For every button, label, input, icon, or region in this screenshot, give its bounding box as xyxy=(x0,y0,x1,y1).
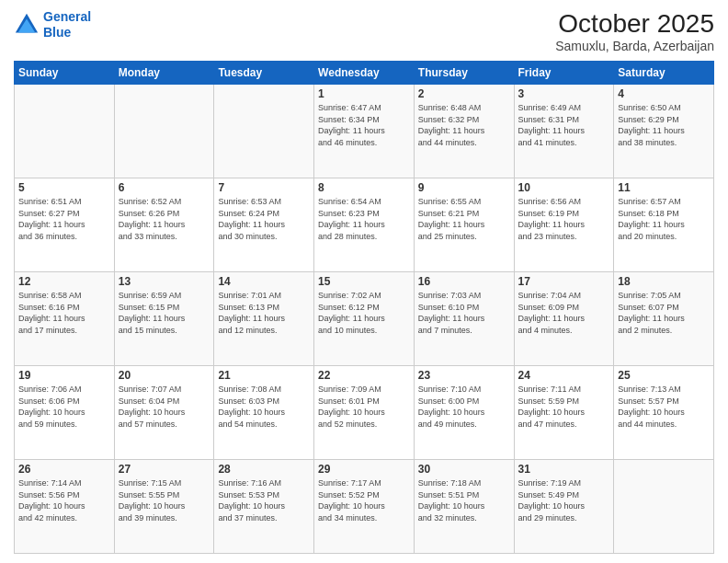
day-info: Sunrise: 7:18 AM Sunset: 5:51 PM Dayligh… xyxy=(418,477,510,523)
day-info: Sunrise: 7:17 AM Sunset: 5:52 PM Dayligh… xyxy=(318,477,410,523)
calendar-cell: 9Sunrise: 6:55 AM Sunset: 6:21 PM Daylig… xyxy=(414,178,514,272)
calendar-cell: 28Sunrise: 7:16 AM Sunset: 5:53 PM Dayli… xyxy=(214,460,314,554)
day-number: 21 xyxy=(218,369,310,382)
day-info: Sunrise: 6:49 AM Sunset: 6:31 PM Dayligh… xyxy=(518,102,610,148)
day-number: 7 xyxy=(218,181,310,194)
calendar-cell: 10Sunrise: 6:56 AM Sunset: 6:19 PM Dayli… xyxy=(514,178,614,272)
header: General Blue October 2025 Samuxlu, Barda… xyxy=(14,9,714,53)
calendar-cell: 15Sunrise: 7:02 AM Sunset: 6:12 PM Dayli… xyxy=(314,272,415,366)
calendar-cell: 18Sunrise: 7:05 AM Sunset: 6:07 PM Dayli… xyxy=(614,272,714,366)
day-number: 31 xyxy=(518,463,610,476)
calendar-cell: 2Sunrise: 6:48 AM Sunset: 6:32 PM Daylig… xyxy=(414,85,514,178)
day-info: Sunrise: 6:52 AM Sunset: 6:26 PM Dayligh… xyxy=(119,196,210,242)
calendar-cell: 19Sunrise: 7:06 AM Sunset: 6:06 PM Dayli… xyxy=(15,366,115,460)
logo-icon xyxy=(14,12,40,38)
logo-line1: General xyxy=(43,9,91,24)
day-info: Sunrise: 7:15 AM Sunset: 5:55 PM Dayligh… xyxy=(119,477,210,523)
day-info: Sunrise: 7:19 AM Sunset: 5:49 PM Dayligh… xyxy=(518,477,610,523)
calendar-cell: 12Sunrise: 6:58 AM Sunset: 6:16 PM Dayli… xyxy=(15,272,115,366)
calendar-cell xyxy=(114,85,214,178)
day-number: 4 xyxy=(618,87,710,100)
day-info: Sunrise: 7:10 AM Sunset: 6:00 PM Dayligh… xyxy=(418,384,510,430)
calendar-week-2: 5Sunrise: 6:51 AM Sunset: 6:27 PM Daylig… xyxy=(15,178,714,272)
col-wednesday: Wednesday xyxy=(314,62,415,85)
day-info: Sunrise: 6:57 AM Sunset: 6:18 PM Dayligh… xyxy=(618,196,710,242)
calendar-cell: 14Sunrise: 7:01 AM Sunset: 6:13 PM Dayli… xyxy=(214,272,314,366)
day-number: 13 xyxy=(119,275,210,288)
calendar-cell: 1Sunrise: 6:47 AM Sunset: 6:34 PM Daylig… xyxy=(314,85,415,178)
day-number: 6 xyxy=(119,181,210,194)
day-info: Sunrise: 7:05 AM Sunset: 6:07 PM Dayligh… xyxy=(618,290,710,336)
calendar-week-1: 1Sunrise: 6:47 AM Sunset: 6:34 PM Daylig… xyxy=(15,85,714,178)
calendar-cell: 23Sunrise: 7:10 AM Sunset: 6:00 PM Dayli… xyxy=(414,366,514,460)
calendar-cell: 16Sunrise: 7:03 AM Sunset: 6:10 PM Dayli… xyxy=(414,272,514,366)
day-number: 26 xyxy=(18,463,110,476)
day-info: Sunrise: 6:59 AM Sunset: 6:15 PM Dayligh… xyxy=(119,290,210,336)
day-info: Sunrise: 7:13 AM Sunset: 5:57 PM Dayligh… xyxy=(618,384,710,430)
day-number: 2 xyxy=(418,87,510,100)
day-number: 3 xyxy=(518,87,610,100)
calendar-cell: 3Sunrise: 6:49 AM Sunset: 6:31 PM Daylig… xyxy=(514,85,614,178)
day-info: Sunrise: 7:02 AM Sunset: 6:12 PM Dayligh… xyxy=(318,290,410,336)
day-number: 25 xyxy=(618,369,710,382)
day-info: Sunrise: 6:56 AM Sunset: 6:19 PM Dayligh… xyxy=(518,196,610,242)
calendar-cell xyxy=(15,85,115,178)
calendar-cell: 13Sunrise: 6:59 AM Sunset: 6:15 PM Dayli… xyxy=(114,272,214,366)
logo-line2: Blue xyxy=(43,25,71,40)
day-info: Sunrise: 6:55 AM Sunset: 6:21 PM Dayligh… xyxy=(418,196,510,242)
day-info: Sunrise: 6:58 AM Sunset: 6:16 PM Dayligh… xyxy=(18,290,110,336)
calendar-cell: 4Sunrise: 6:50 AM Sunset: 6:29 PM Daylig… xyxy=(614,85,714,178)
calendar-cell: 24Sunrise: 7:11 AM Sunset: 5:59 PM Dayli… xyxy=(514,366,614,460)
day-info: Sunrise: 7:11 AM Sunset: 5:59 PM Dayligh… xyxy=(518,384,610,430)
day-info: Sunrise: 6:51 AM Sunset: 6:27 PM Dayligh… xyxy=(18,196,110,242)
calendar-cell: 26Sunrise: 7:14 AM Sunset: 5:56 PM Dayli… xyxy=(15,460,115,554)
col-monday: Monday xyxy=(114,62,214,85)
col-sunday: Sunday xyxy=(15,62,115,85)
day-info: Sunrise: 7:01 AM Sunset: 6:13 PM Dayligh… xyxy=(218,290,310,336)
day-number: 1 xyxy=(318,87,410,100)
day-info: Sunrise: 7:14 AM Sunset: 5:56 PM Dayligh… xyxy=(18,477,110,523)
day-number: 30 xyxy=(418,463,510,476)
day-info: Sunrise: 6:53 AM Sunset: 6:24 PM Dayligh… xyxy=(218,196,310,242)
day-info: Sunrise: 7:06 AM Sunset: 6:06 PM Dayligh… xyxy=(18,384,110,430)
calendar-subtitle: Samuxlu, Barda, Azerbaijan xyxy=(555,39,714,53)
calendar-cell: 5Sunrise: 6:51 AM Sunset: 6:27 PM Daylig… xyxy=(15,178,115,272)
calendar-cell xyxy=(614,460,714,554)
day-info: Sunrise: 7:04 AM Sunset: 6:09 PM Dayligh… xyxy=(518,290,610,336)
day-number: 29 xyxy=(318,463,410,476)
day-info: Sunrise: 6:50 AM Sunset: 6:29 PM Dayligh… xyxy=(618,102,710,148)
day-info: Sunrise: 7:16 AM Sunset: 5:53 PM Dayligh… xyxy=(218,477,310,523)
calendar-header-row: Sunday Monday Tuesday Wednesday Thursday… xyxy=(15,62,714,85)
calendar-cell: 20Sunrise: 7:07 AM Sunset: 6:04 PM Dayli… xyxy=(114,366,214,460)
col-saturday: Saturday xyxy=(614,62,714,85)
logo: General Blue xyxy=(14,9,91,40)
calendar-table: Sunday Monday Tuesday Wednesday Thursday… xyxy=(14,61,714,554)
calendar-cell: 17Sunrise: 7:04 AM Sunset: 6:09 PM Dayli… xyxy=(514,272,614,366)
calendar-cell: 30Sunrise: 7:18 AM Sunset: 5:51 PM Dayli… xyxy=(414,460,514,554)
calendar-week-3: 12Sunrise: 6:58 AM Sunset: 6:16 PM Dayli… xyxy=(15,272,714,366)
day-number: 19 xyxy=(18,369,110,382)
day-info: Sunrise: 6:48 AM Sunset: 6:32 PM Dayligh… xyxy=(418,102,510,148)
logo-text: General Blue xyxy=(43,9,91,40)
calendar-cell: 6Sunrise: 6:52 AM Sunset: 6:26 PM Daylig… xyxy=(114,178,214,272)
day-number: 17 xyxy=(518,275,610,288)
day-number: 10 xyxy=(518,181,610,194)
calendar-week-5: 26Sunrise: 7:14 AM Sunset: 5:56 PM Dayli… xyxy=(15,460,714,554)
calendar-cell: 27Sunrise: 7:15 AM Sunset: 5:55 PM Dayli… xyxy=(114,460,214,554)
day-number: 27 xyxy=(119,463,210,476)
calendar-cell: 22Sunrise: 7:09 AM Sunset: 6:01 PM Dayli… xyxy=(314,366,415,460)
calendar-cell xyxy=(214,85,314,178)
day-number: 8 xyxy=(318,181,410,194)
day-number: 22 xyxy=(318,369,410,382)
calendar-cell: 31Sunrise: 7:19 AM Sunset: 5:49 PM Dayli… xyxy=(514,460,614,554)
calendar-cell: 8Sunrise: 6:54 AM Sunset: 6:23 PM Daylig… xyxy=(314,178,415,272)
col-tuesday: Tuesday xyxy=(214,62,314,85)
calendar-week-4: 19Sunrise: 7:06 AM Sunset: 6:06 PM Dayli… xyxy=(15,366,714,460)
day-info: Sunrise: 7:07 AM Sunset: 6:04 PM Dayligh… xyxy=(119,384,210,430)
calendar-cell: 21Sunrise: 7:08 AM Sunset: 6:03 PM Dayli… xyxy=(214,366,314,460)
day-info: Sunrise: 7:09 AM Sunset: 6:01 PM Dayligh… xyxy=(318,384,410,430)
day-info: Sunrise: 6:47 AM Sunset: 6:34 PM Dayligh… xyxy=(318,102,410,148)
calendar-cell: 29Sunrise: 7:17 AM Sunset: 5:52 PM Dayli… xyxy=(314,460,415,554)
day-number: 14 xyxy=(218,275,310,288)
day-number: 16 xyxy=(418,275,510,288)
